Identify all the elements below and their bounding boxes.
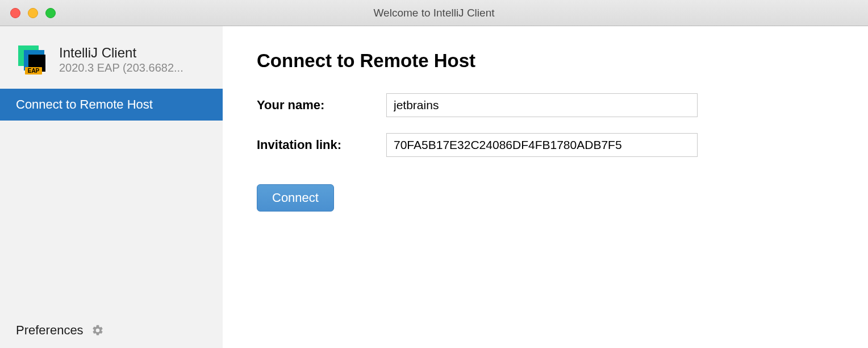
titlebar: Welcome to IntelliJ Client <box>0 0 868 26</box>
close-window-button[interactable] <box>10 8 20 18</box>
sidebar-item-label: Connect to Remote Host <box>16 97 153 111</box>
window-title: Welcome to IntelliJ Client <box>374 7 495 19</box>
traffic-lights <box>10 8 56 18</box>
intellij-logo-icon: EAP <box>17 43 50 76</box>
invitation-link-input[interactable] <box>386 133 698 157</box>
gear-icon <box>91 324 104 337</box>
your-name-input[interactable] <box>386 93 698 117</box>
maximize-window-button[interactable] <box>45 8 56 18</box>
invitation-link-label: Invitation link: <box>257 138 386 152</box>
body-area: EAP IntelliJ Client 2020.3 EAP (203.6682… <box>0 26 868 348</box>
preferences-link[interactable]: Preferences <box>0 313 223 348</box>
app-info: IntelliJ Client 2020.3 EAP (203.6682... <box>59 45 183 74</box>
window: Welcome to IntelliJ Client EAP IntelliJ … <box>0 0 868 348</box>
minimize-window-button[interactable] <box>28 8 38 18</box>
preferences-label: Preferences <box>16 323 84 338</box>
app-header: EAP IntelliJ Client 2020.3 EAP (203.6682… <box>0 26 223 89</box>
sidebar-item-connect-remote-host[interactable]: Connect to Remote Host <box>0 89 223 121</box>
app-version: 2020.3 EAP (203.6682... <box>59 61 183 74</box>
svg-text:EAP: EAP <box>28 68 40 74</box>
app-name: IntelliJ Client <box>59 45 183 61</box>
page-title: Connect to Remote Host <box>257 50 834 72</box>
main-content: Connect to Remote Host Your name: Invita… <box>223 26 868 348</box>
form-row-link: Invitation link: <box>257 133 834 157</box>
connect-button[interactable]: Connect <box>257 184 334 212</box>
sidebar: EAP IntelliJ Client 2020.3 EAP (203.6682… <box>0 26 223 348</box>
your-name-label: Your name: <box>257 98 386 113</box>
form-row-name: Your name: <box>257 93 834 117</box>
